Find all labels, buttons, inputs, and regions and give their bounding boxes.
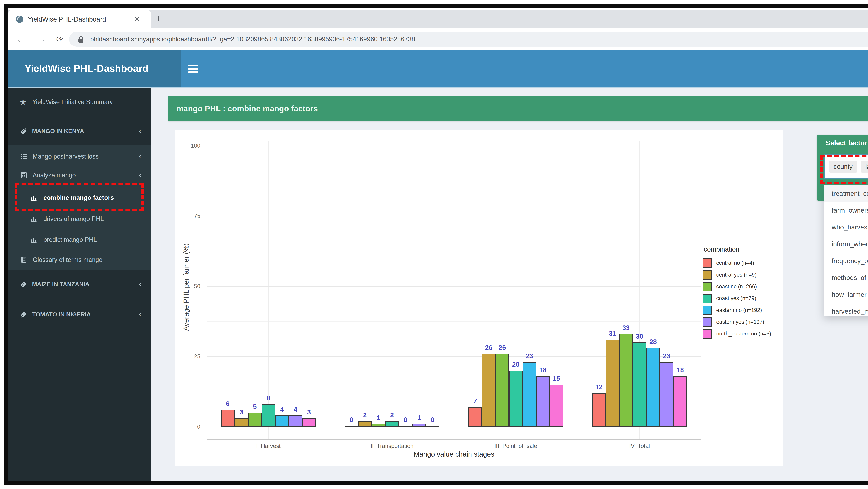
forward-button[interactable]: → [37, 28, 46, 50]
bar-value-label: 18 [666, 366, 694, 374]
legend-entry-label: eastern no (n=192) [716, 307, 762, 313]
legend-entry-label: coast no (n=266) [716, 284, 757, 290]
bar-eastern-no-IV_Total [646, 348, 660, 427]
sidebar-item-drivers-of-mango-phl[interactable]: drivers of mango PHL [8, 211, 151, 227]
tab-favicon-icon [15, 15, 24, 24]
bar-value-label: 26 [488, 344, 516, 352]
app-brand-title: YieldWise PHL-Dashboard [25, 50, 148, 87]
new-tab-button[interactable]: + [156, 10, 161, 28]
bar-north_eastern-no-I_Harvest [302, 418, 316, 427]
sidebar-item-yieldwise-initiative-summary[interactable]: ★YieldWise Initiative Summary [8, 94, 151, 110]
star-icon: ★ [20, 94, 27, 110]
bar-value-label: 3 [295, 409, 323, 416]
padlock-icon [78, 35, 84, 43]
sidebar-item-label: predict mango PHL [43, 232, 97, 248]
x-tick-label: IV_Total [584, 443, 695, 449]
gridline-minor [207, 251, 701, 251]
y-tick-label: 25 [183, 353, 200, 360]
factor-option-treatment_control[interactable]: treatment_control [824, 185, 868, 202]
sidebar-item-mango-postharvest-loss[interactable]: Mango postharvest loss‹ [8, 149, 151, 164]
gridline-vertical [392, 141, 392, 440]
leaf-icon [20, 311, 27, 319]
sidebar-item-tomato-in-nigeria[interactable]: TOMATO IN NIGERIA‹ [8, 306, 151, 322]
factor-option-who_harvested_mango[interactable]: who_harvested_mango [824, 219, 868, 236]
bar-value-label: 18 [529, 366, 557, 374]
gridline-minor [207, 321, 701, 322]
annotation-box-sidebar [14, 183, 144, 211]
bar-central-no-II_Transportation [345, 426, 358, 427]
bar-central-no-IV_Total [592, 393, 606, 427]
calculator-icon [20, 171, 28, 180]
x-tick-label: III_Point_of_sale [460, 443, 571, 449]
legend-swatch [703, 270, 712, 280]
y-axis-title: Average PHL per farmer (%) [182, 243, 190, 331]
tab-close-icon[interactable]: ✕ [134, 10, 140, 28]
bar-value-label: 6 [214, 400, 242, 408]
bar-central-no-III_Point_of_sale [468, 407, 482, 427]
sidebar-item-maize-in-tanzania[interactable]: MAIZE IN TANZANIA‹ [8, 276, 151, 292]
gridline-major [207, 286, 701, 287]
legend-swatch [703, 318, 712, 327]
gridline-minor [207, 181, 701, 181]
sidebar-item-predict-mango-phl[interactable]: predict mango PHL [8, 232, 151, 248]
sidebar-item-label: MAIZE IN TANZANIA [32, 276, 89, 292]
legend-swatch [703, 306, 712, 315]
select-factor-label: Select factor [826, 139, 867, 147]
x-tick-label: II_Transportation [336, 443, 447, 449]
bar-north_eastern-no-II_Transportation [426, 426, 439, 427]
bar-chart-icon [30, 215, 38, 223]
factor-option-inform_when_to_harvest[interactable]: inform_when_to_harvest [824, 236, 868, 253]
chart-legend: combination central no (n=4)central yes … [703, 246, 783, 350]
legend-entry-label: north_eastern no (n=6) [716, 331, 771, 337]
sidebar-toggle-hamburger-icon[interactable] [188, 65, 198, 75]
chevron-left-icon: ‹ [139, 306, 142, 322]
reload-button[interactable]: ⟳ [56, 28, 63, 50]
bar-value-label: 8 [254, 394, 282, 402]
bar-central-yes-II_Transportation [358, 421, 372, 427]
bar-central-yes-III_Point_of_sale [482, 354, 495, 427]
gridline-major [207, 145, 701, 146]
leaf-icon [20, 280, 27, 288]
bar-value-label: 23 [516, 352, 543, 360]
sidebar-item-analyze-mango[interactable]: Analyze mango‹ [8, 167, 151, 183]
legend-entry-label: coast yes (n=79) [716, 295, 756, 301]
bar-coast-yes-III_Point_of_sale [509, 370, 523, 427]
back-button[interactable]: ← [16, 28, 25, 50]
factor-option-farm_ownership[interactable]: farm_ownership [824, 202, 868, 219]
legend-entry-label: eastern yes (n=197) [716, 319, 764, 325]
bar-eastern-yes-III_Point_of_sale [536, 376, 550, 427]
factor-option-harvested_mango_graded[interactable]: harvested_mango_graded [824, 303, 868, 316]
bar-north_eastern-no-IV_Total [673, 376, 687, 427]
factor-option-methods_of_harvest[interactable]: methods_of_harvest [824, 269, 868, 286]
sidebar-item-label: TOMATO IN NIGERIA [32, 306, 91, 322]
page-title: mango PHL : combine mango factors [176, 96, 318, 122]
bar-north_eastern-no-III_Point_of_sale [550, 385, 563, 427]
legend-swatch [703, 258, 712, 268]
factor-option-how_farmer_identified_buyer[interactable]: how_farmer_identified_buyer [824, 286, 868, 303]
bar-eastern-no-II_Transportation [399, 426, 412, 427]
bar-coast-no-II_Transportation [372, 424, 385, 427]
sidebar-item-label: MANGO IN KENYA [32, 123, 84, 139]
bar-value-label: 15 [542, 375, 570, 382]
gridline-major [207, 216, 701, 216]
sidebar-item-label: drivers of mango PHL [43, 211, 104, 227]
factor-option-frequency_of_harvest[interactable]: frequency_of_harvest [824, 253, 868, 269]
book-icon [20, 256, 28, 264]
legend-swatch [703, 329, 712, 338]
bar-coast-no-I_Harvest [248, 413, 261, 427]
legend-title: combination [704, 246, 739, 253]
bar-eastern-yes-I_Harvest [289, 416, 302, 427]
legend-entry-label: central no (n=4) [716, 260, 754, 266]
bar-central-yes-I_Harvest [235, 418, 248, 427]
legend-swatch [703, 282, 712, 291]
sidebar-item-mango-in-kenya[interactable]: MANGO IN KENYA‹ [8, 123, 151, 139]
sidebar-item-glossary-of-terms-mango[interactable]: Glossary of terms mango [8, 252, 151, 268]
y-tick-label: 0 [183, 423, 200, 430]
annotation-box-input [820, 155, 868, 184]
x-axis-line [207, 439, 701, 440]
url-text: phldashboard.shinyapps.io/phldashboardII… [90, 28, 415, 50]
sidebar-item-label: Mango postharvest loss [33, 149, 99, 164]
browser-top-band [8, 8, 868, 10]
x-tick-label: I_Harvest [213, 443, 324, 449]
legend-swatch [703, 294, 712, 303]
